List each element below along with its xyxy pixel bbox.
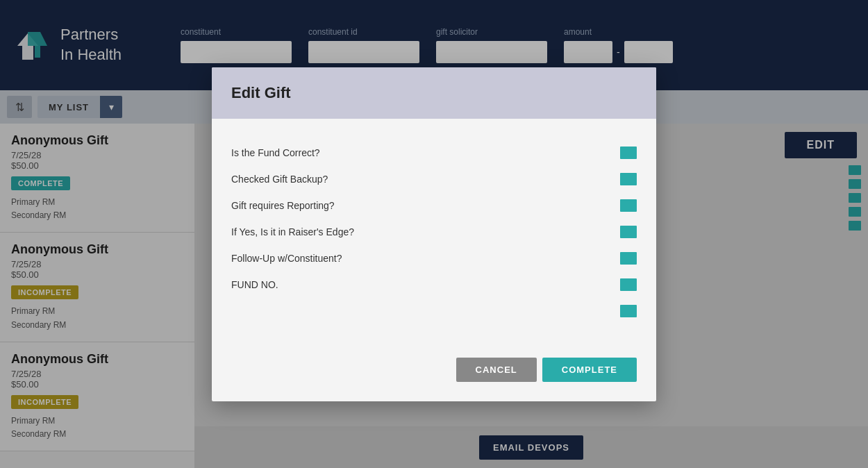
modal-title: Edit Gift [231, 84, 637, 102]
modal-overlay: Edit Gift Is the Fund Correct? Checked G… [0, 0, 868, 468]
checkbox[interactable] [620, 305, 637, 317]
checkbox[interactable] [620, 173, 637, 185]
checkbox[interactable] [620, 252, 637, 265]
edit-gift-modal: Edit Gift Is the Fund Correct? Checked G… [212, 67, 656, 401]
checkbox[interactable] [620, 199, 637, 212]
checklist-label: Checked Gift Backup? [231, 174, 328, 185]
cancel-button[interactable]: CANCEL [456, 358, 537, 382]
checkbox[interactable] [620, 147, 637, 159]
checklist-row: If Yes, Is it in Raiser's Edge? [231, 219, 637, 245]
complete-button[interactable]: COMPLETE [542, 358, 637, 382]
modal-body: Is the Fund Correct? Checked Gift Backup… [212, 133, 656, 344]
checklist-label: If Yes, Is it in Raiser's Edge? [231, 226, 354, 237]
checklist-label: Gift requires Reporting? [231, 200, 335, 211]
checklist-row: Gift requires Reporting? [231, 192, 637, 219]
checklist-row: Follow-Up w/Constituent? [231, 245, 637, 271]
modal-footer: CANCEL COMPLETE [212, 344, 656, 401]
checklist-label: FUND NO. [231, 279, 278, 290]
checklist-label: Follow-Up w/Constituent? [231, 253, 342, 264]
modal-header: Edit Gift [212, 67, 656, 119]
checklist-row: Checked Gift Backup? [231, 166, 637, 192]
checklist-row: Is the Fund Correct? [231, 140, 637, 166]
checklist-label: Is the Fund Correct? [231, 147, 320, 158]
checklist-row [231, 298, 637, 324]
checkbox[interactable] [620, 226, 637, 238]
checkbox[interactable] [620, 278, 637, 291]
checklist-row: FUND NO. [231, 271, 637, 298]
